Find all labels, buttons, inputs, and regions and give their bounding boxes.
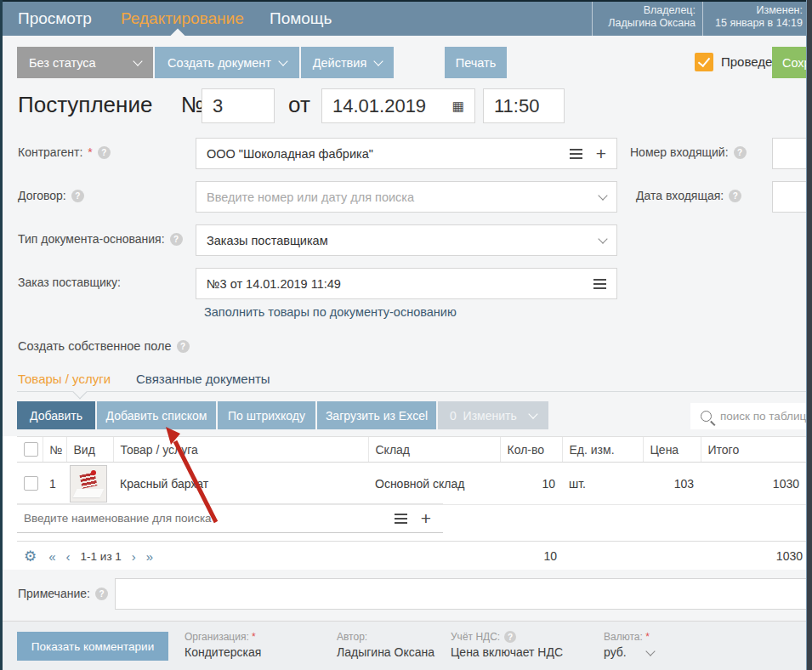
menu-help[interactable]: Помощь — [270, 9, 332, 28]
tabs-underline — [17, 391, 806, 392]
header-divider — [702, 0, 703, 36]
contract-input[interactable] — [207, 190, 586, 204]
row-num: 1 — [43, 463, 66, 505]
chevron-down-icon — [645, 646, 655, 656]
chevron-down-icon[interactable] — [598, 234, 607, 243]
totals-qty: 10 — [474, 549, 557, 563]
help-icon[interactable]: ? — [729, 190, 741, 202]
incoming-number-input[interactable] — [783, 147, 798, 161]
gear-icon[interactable]: ⚙ — [24, 548, 37, 565]
note-input[interactable] — [126, 588, 798, 601]
carried-out-checkbox[interactable] — [695, 53, 713, 71]
table-header-row: № Вид Товар / услуга Склад Кол-во Ед. из… — [17, 437, 806, 463]
counterparty-input[interactable] — [207, 147, 556, 161]
page-last-button[interactable]: » — [146, 549, 153, 564]
help-icon[interactable]: ? — [504, 631, 516, 643]
row-product[interactable]: Красный бархат — [113, 463, 368, 505]
col-price[interactable]: Цена — [643, 437, 701, 463]
chevron-down-icon[interactable] — [598, 190, 607, 200]
currency-selector[interactable]: Валюта: * руб. — [604, 631, 654, 659]
list-icon[interactable] — [395, 518, 407, 520]
help-icon[interactable]: ? — [734, 146, 747, 159]
doc-number-input[interactable] — [213, 95, 264, 117]
col-unit[interactable]: Ед. изм. — [562, 437, 643, 463]
col-kind[interactable]: Вид — [66, 437, 113, 463]
add-product-row: + — [17, 503, 443, 533]
base-doc-type-input[interactable] — [207, 234, 586, 247]
menu-view[interactable]: Просмотр — [18, 9, 92, 28]
window-edge-top — [0, 0, 812, 2]
incoming-date-label: Дата входящая: ? — [636, 189, 741, 202]
product-thumbnail[interactable] — [70, 465, 107, 503]
tab-linked-documents[interactable]: Связанные документы — [136, 372, 270, 386]
add-list-button[interactable]: Добавить списком — [97, 401, 216, 429]
col-qty[interactable]: Кол-во — [500, 437, 562, 463]
supplier-order-label: Заказ поставщику: — [18, 275, 121, 289]
select-all-checkbox[interactable] — [24, 442, 38, 457]
help-icon[interactable]: ? — [98, 146, 111, 159]
fill-by-base-doc-link[interactable]: Заполнить товары по документу-основанию — [204, 305, 457, 319]
print-button[interactable]: Печать — [445, 47, 507, 78]
search-icon — [701, 411, 712, 422]
modified-info: Изменен: 15 января в 14:19 — [707, 4, 803, 30]
tab-products-services[interactable]: Товары / услуги — [18, 372, 111, 386]
status-dropdown[interactable]: Без статуса — [17, 47, 153, 78]
counterparty-field-wrap: + — [196, 138, 617, 169]
table-row[interactable]: 1 Красный бархат Основной склад 10 шт. 1… — [17, 463, 806, 505]
page-range: 1-1 из 1 — [81, 550, 122, 563]
help-icon[interactable]: ? — [177, 340, 190, 353]
doc-time-input[interactable] — [494, 95, 554, 117]
page-prev-button[interactable]: ‹ — [66, 549, 71, 564]
supplier-order-input[interactable] — [207, 277, 580, 291]
row-warehouse: Основной склад — [368, 463, 500, 505]
help-icon[interactable]: ? — [71, 190, 84, 202]
row-price: 103 — [643, 463, 701, 505]
base-doc-type-select[interactable] — [196, 224, 617, 256]
col-total[interactable]: Итого — [701, 437, 806, 463]
doc-date-input[interactable] — [332, 95, 439, 117]
note-field-wrap — [115, 578, 809, 610]
calendar-icon[interactable]: ▦ — [452, 99, 464, 112]
active-tab-notch — [73, 385, 88, 400]
incoming-date-field-wrap — [772, 181, 809, 213]
create-document-dropdown[interactable]: Создать документ — [155, 47, 299, 78]
page-first-button[interactable]: « — [48, 549, 55, 564]
help-icon[interactable]: ? — [170, 233, 183, 246]
modified-label: Изменен: — [707, 4, 803, 17]
by-barcode-button[interactable]: По штрихкоду — [218, 401, 315, 429]
col-warehouse[interactable]: Склад — [368, 437, 500, 463]
table-search-placeholder: поиск по таблице — [720, 410, 806, 423]
doc-number-field-wrap — [202, 88, 275, 123]
menu-edit[interactable]: Редактирование — [121, 9, 244, 28]
add-button[interactable]: Добавить — [17, 401, 95, 429]
row-checkbox[interactable] — [24, 476, 38, 491]
table-search-box[interactable]: поиск по таблице — [690, 403, 806, 429]
list-icon[interactable] — [570, 153, 582, 155]
vat-value: Цена включает НДС — [451, 645, 563, 659]
help-icon[interactable]: ? — [95, 588, 108, 600]
change-selected-dropdown[interactable]: 0 Изменить — [438, 401, 548, 429]
plus-icon[interactable]: + — [421, 509, 431, 527]
owner-value: Ладыгина Оксана — [599, 17, 696, 30]
pagination-bar: ⚙ « ‹ 1-1 из 1 › » 10 1030 — [17, 541, 806, 571]
base-doc-type-label: Тип документа-основания: ? — [18, 232, 183, 246]
products-table: № Вид Товар / услуга Склад Кол-во Ед. из… — [17, 436, 806, 505]
list-icon[interactable] — [593, 283, 606, 285]
window-edge-right[interactable] — [806, 0, 812, 670]
page-next-button[interactable]: › — [132, 549, 136, 564]
actions-dropdown[interactable]: Действия — [301, 47, 394, 78]
col-product[interactable]: Товар / услуга — [113, 437, 368, 463]
supplier-order-field-wrap — [196, 268, 617, 299]
load-from-excel-button[interactable]: Загрузить из Excel — [317, 401, 436, 429]
carried-out-label: Проведен — [721, 54, 780, 69]
show-comments-button[interactable]: Показать комментарии — [17, 632, 168, 661]
create-custom-field-link[interactable]: Создать собственное поле ? — [18, 339, 190, 353]
col-num[interactable]: № — [43, 437, 66, 463]
add-product-input[interactable] — [22, 511, 381, 525]
incoming-date-input[interactable] — [783, 190, 798, 204]
window-edge-left — [0, 0, 3, 670]
app-window: Просмотр Редактирование Помощь Владелец:… — [0, 0, 812, 670]
owner-label: Владелец: — [599, 4, 696, 17]
row-total: 1030 — [701, 463, 806, 505]
plus-icon[interactable]: + — [596, 145, 606, 162]
